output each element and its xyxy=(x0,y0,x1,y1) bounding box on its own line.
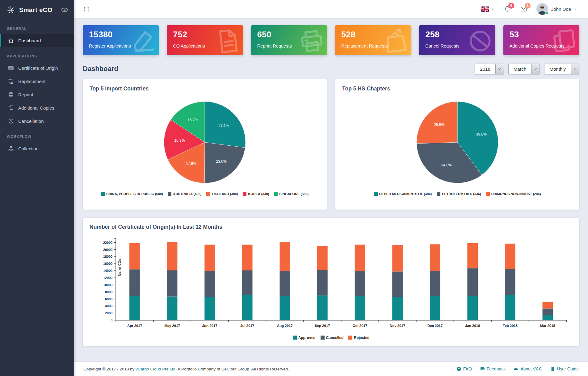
legend-item[interactable]: DIAMONDS NON-INDUST (246) xyxy=(486,192,541,196)
bar-chart-card: Number of Certificate of Origin(s) In La… xyxy=(83,218,579,346)
pie-card-hs-chapters: Top 5 HS Chapters 39.8%34.8%25.5% OTHER … xyxy=(335,79,579,210)
sidebar-toggle-icon[interactable] xyxy=(61,7,68,13)
chevron-down-icon xyxy=(571,64,579,74)
bar-segment-rejected[interactable] xyxy=(543,302,553,309)
footer-link-user-guide[interactable]: User Guide xyxy=(550,366,579,371)
y-axis-label: No. of COs xyxy=(118,259,121,276)
bar-segment-rejected[interactable] xyxy=(129,243,140,269)
bar-segment-cancelled[interactable] xyxy=(430,271,440,296)
legend-label: SINGAPORE (336) xyxy=(279,192,309,196)
bar-segment-approved[interactable] xyxy=(280,296,290,320)
bar-segment-cancelled[interactable] xyxy=(242,270,253,295)
printer-icon xyxy=(297,27,327,55)
stat-card-additional-copies-requests[interactable]: 53Additional Copies Requests xyxy=(503,25,579,55)
sidebar-item-reprint[interactable]: Reprint xyxy=(0,88,74,101)
legend-item[interactable]: CHINA, PEOPLE'S REPUBLIC (580) xyxy=(101,192,163,196)
bar-segment-rejected[interactable] xyxy=(355,245,365,271)
sidebar-item-label: Cancellation xyxy=(18,119,44,124)
sidebar-item-dashboard[interactable]: Dashboard xyxy=(0,34,74,47)
year-select[interactable]: 2018 xyxy=(475,64,504,74)
bar-segment-approved[interactable] xyxy=(129,296,140,320)
bar-segment-approved[interactable] xyxy=(167,296,178,320)
stat-card-co-applications[interactable]: 752CO Applications xyxy=(167,25,243,55)
notifications-button[interactable]: 5 xyxy=(504,6,511,13)
sidebar-item-collection[interactable]: Collection xyxy=(0,142,74,155)
legend-item[interactable]: OTHER MEDICAMENTS OF (384) xyxy=(374,192,432,196)
bar-segment-cancelled[interactable] xyxy=(392,271,403,297)
bar-segment-approved[interactable] xyxy=(204,297,215,320)
vcargo-link[interactable]: vCargo Cloud Pte Ltd xyxy=(136,367,175,371)
footer-link-about-vcc[interactable]: About VCC xyxy=(514,366,542,371)
bar-segment-cancelled[interactable] xyxy=(167,270,178,297)
stat-card-replacement-requests[interactable]: 528Replacement Requests xyxy=(335,25,411,55)
bar-segment-rejected[interactable] xyxy=(280,242,290,271)
language-selector[interactable] xyxy=(481,6,494,12)
legend-item[interactable]: Cancelled xyxy=(321,336,344,340)
messages-button[interactable]: 3 xyxy=(520,6,527,13)
footer-link-faq[interactable]: ?FAQ xyxy=(456,366,472,371)
bar-segment-approved[interactable] xyxy=(242,295,253,320)
legend-item[interactable]: THAILAND (384) xyxy=(206,192,238,196)
stat-card-reprint-requests[interactable]: 650Reprint Requests xyxy=(251,25,327,55)
bar-segment-rejected[interactable] xyxy=(242,245,253,270)
bar-segment-cancelled[interactable] xyxy=(355,271,365,296)
stat-card-register-applications[interactable]: 15380Register Applications xyxy=(83,25,159,55)
pie-percent-label: 16.3% xyxy=(174,138,185,143)
bar-segment-approved[interactable] xyxy=(505,295,515,320)
year-select-value: 2018 xyxy=(475,64,495,74)
bar-segment-cancelled[interactable] xyxy=(280,271,290,296)
svg-text:10000: 10000 xyxy=(103,283,112,287)
svg-text:4000: 4000 xyxy=(105,304,112,308)
bar-segment-cancelled[interactable] xyxy=(317,270,328,295)
bar-segment-approved[interactable] xyxy=(317,295,328,320)
bar-segment-rejected[interactable] xyxy=(505,244,515,269)
page-title: Dashboard xyxy=(83,65,118,73)
fullscreen-icon[interactable] xyxy=(83,6,89,12)
bar-segment-cancelled[interactable] xyxy=(505,269,515,295)
bar-segment-approved[interactable] xyxy=(355,296,365,320)
sidebar-nav: GENERALDashboardAPPLICATIONSCertificate … xyxy=(0,20,74,155)
bar-segment-approved[interactable] xyxy=(430,296,440,320)
legend-item[interactable]: Rejected xyxy=(348,336,369,340)
legend-item[interactable]: SINGAPORE (336) xyxy=(274,192,309,196)
sidebar-item-cancellation[interactable]: Cancellation xyxy=(0,115,74,128)
month-select[interactable]: March xyxy=(508,64,540,74)
sidebar-item-certificate-of-origin[interactable]: Certificate of Origin xyxy=(0,61,74,75)
bar-segment-rejected[interactable] xyxy=(467,243,478,268)
nav-section-label: WORKFLOW xyxy=(0,128,74,142)
copies-icon xyxy=(550,27,579,55)
bar-segment-rejected[interactable] xyxy=(430,244,440,271)
bar-segment-approved[interactable] xyxy=(467,296,478,320)
uk-flag-icon xyxy=(481,6,489,12)
footer-link-label: User Guide xyxy=(557,366,579,371)
sidebar-item-replacement[interactable]: Replacement xyxy=(0,75,74,88)
bar-segment-cancelled[interactable] xyxy=(543,308,553,315)
legend-item[interactable]: PETROLEUM OILS (336) xyxy=(437,192,481,196)
x-axis-category-label: Jul 2017 xyxy=(240,324,254,328)
bar-segment-cancelled[interactable] xyxy=(467,268,478,296)
sidebar-item-additional-copies[interactable]: Additional Copies xyxy=(0,101,74,115)
footer-link-feedback[interactable]: Feedback xyxy=(480,366,506,371)
legend-item[interactable]: Approved xyxy=(293,336,316,340)
legend-item[interactable]: KOREA (348) xyxy=(243,192,269,196)
period-select[interactable]: Monthly xyxy=(544,64,579,74)
bar-segment-approved[interactable] xyxy=(543,315,553,320)
bar-segment-cancelled[interactable] xyxy=(204,271,215,297)
pie-legend: OTHER MEDICAMENTS OF (384)PETROLEUM OILS… xyxy=(342,192,573,196)
bar-segment-cancelled[interactable] xyxy=(129,269,140,296)
user-menu[interactable]: John Doe xyxy=(536,3,578,15)
chat-icon xyxy=(480,366,485,371)
bar-segment-rejected[interactable] xyxy=(167,242,178,270)
period-select-value: Monthly xyxy=(544,64,571,74)
toolbar: Dashboard 2018 March xyxy=(83,63,579,75)
bar-segment-rejected[interactable] xyxy=(204,245,215,271)
x-axis-category-label: May 2017 xyxy=(164,324,180,328)
stat-card-cancel-requests[interactable]: 258Cancel Requests xyxy=(419,25,495,55)
legend-item[interactable]: AUSTRALIA (492) xyxy=(168,192,201,196)
bar-segment-rejected[interactable] xyxy=(392,245,403,272)
footer-link-label: Feedback xyxy=(487,366,506,371)
bar-segment-rejected[interactable] xyxy=(317,246,328,270)
bar-segment-approved[interactable] xyxy=(392,297,403,320)
svg-text:0: 0 xyxy=(111,318,112,322)
legend-label: PETROLEUM OILS (336) xyxy=(442,192,481,196)
